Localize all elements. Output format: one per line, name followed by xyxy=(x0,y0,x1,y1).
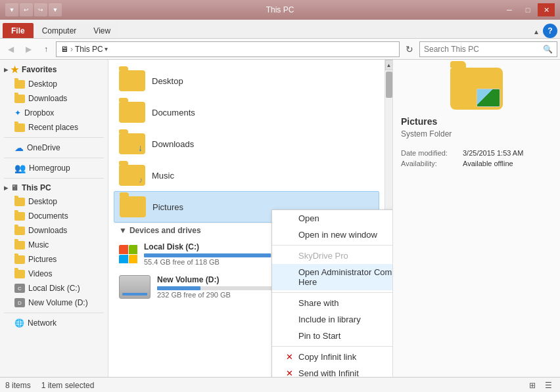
ctx-sep-2 xyxy=(272,292,392,293)
search-input[interactable] xyxy=(424,45,543,54)
folder-item-documents[interactable]: Documents xyxy=(114,97,379,128)
status-left: 8 items 1 item selected xyxy=(5,381,94,390)
ctx-admin-label: Open Administrator Command Prompt Here xyxy=(298,267,392,287)
refresh-button[interactable]: ↻ xyxy=(402,41,417,57)
ctx-copy-infinit-label: Copy Infinit link xyxy=(298,352,392,362)
address-path[interactable]: 🖥 › This PC ▾ xyxy=(56,41,400,57)
ctx-pin-start[interactable]: Pin to Start xyxy=(272,328,392,344)
detail-subtitle: System Folder xyxy=(401,129,552,139)
sidebar-item-documents-pc[interactable]: Documents xyxy=(0,209,108,223)
network-icon: 🌐 xyxy=(14,318,24,328)
homegroup-icon: 👥 xyxy=(14,163,26,173)
folder-icon-documents-pc xyxy=(14,212,25,221)
sidebar-label-pictures-pc: Pictures xyxy=(28,255,57,264)
view-large-button[interactable]: ⊞ xyxy=(526,379,539,392)
sidebar-favorites-header[interactable]: ▶ ★ Favorites xyxy=(0,62,108,77)
sidebar-label-dropbox-fav: Dropbox xyxy=(24,108,54,118)
ribbon-collapse-button[interactable]: ▲ xyxy=(530,25,543,38)
folder-icon-downloads-fav xyxy=(14,95,25,103)
up-button[interactable]: ↑ xyxy=(38,41,54,57)
sidebar-item-desktop-fav[interactable]: Desktop xyxy=(0,77,108,91)
sidebar-label-desktop-pc: Desktop xyxy=(28,197,57,206)
main-layout: ▶ ★ Favorites Desktop Downloads ✦ Dropbo… xyxy=(0,60,560,377)
sidebar-item-dropbox-fav[interactable]: ✦ Dropbox xyxy=(0,106,108,120)
folder-icon-downloads-lg xyxy=(119,133,145,154)
maximize-button[interactable]: □ xyxy=(519,3,536,16)
sidebar-section-favorites: ▶ ★ Favorites Desktop Downloads ✦ Dropbo… xyxy=(0,62,108,135)
sidebar-label-onedrive: OneDrive xyxy=(27,143,60,152)
ctx-open[interactable]: Open xyxy=(272,210,392,227)
sidebar-item-music-pc[interactable]: Music xyxy=(0,238,108,252)
sidebar-label-network: Network xyxy=(28,318,57,328)
qa-btn-2[interactable]: ↩ xyxy=(20,3,33,16)
ctx-skydrive: SkyDrive Pro ▶ xyxy=(272,248,392,264)
windows-logo-icon xyxy=(119,245,137,263)
ctx-share-with[interactable]: Share with ▶ xyxy=(272,295,392,311)
sidebar-item-downloads-pc[interactable]: Downloads xyxy=(0,223,108,238)
qa-btn-1[interactable]: ▼ xyxy=(5,3,18,16)
folder-name-desktop: Desktop xyxy=(152,76,183,86)
folder-name-pictures: Pictures xyxy=(152,202,183,212)
scrollbar-thumb[interactable] xyxy=(386,72,392,98)
tab-file[interactable]: File xyxy=(3,23,34,38)
sidebar-label-videos-pc: Videos xyxy=(28,269,52,278)
ctx-skydrive-label: SkyDrive Pro xyxy=(298,251,392,261)
ctx-open-label: Open xyxy=(298,213,392,223)
folder-icon-pictures-pc xyxy=(14,255,25,264)
forward-button[interactable]: ▶ xyxy=(20,41,36,57)
folder-name-documents: Documents xyxy=(152,108,195,118)
detail-date-label: Date modified: xyxy=(401,149,460,157)
sidebar-label-homegroup: Homegroup xyxy=(29,163,70,173)
drive-icon-d: D xyxy=(14,298,25,307)
sidebar-item-localc[interactable]: C Local Disk (C:) xyxy=(0,281,108,295)
tab-view[interactable]: View xyxy=(85,23,119,38)
minimize-button[interactable]: ─ xyxy=(501,3,518,16)
sidebar-item-onedrive[interactable]: ☁ OneDrive xyxy=(0,141,108,155)
folder-icon-desktop-pc xyxy=(14,198,25,206)
folder-item-desktop[interactable]: Desktop xyxy=(114,65,379,97)
ctx-include-library[interactable]: Include in library ▶ xyxy=(272,311,392,328)
back-button[interactable]: ◀ xyxy=(3,41,18,57)
ctx-send-infinit-icon: ✕ xyxy=(283,368,296,377)
detail-folder-icon xyxy=(450,68,503,110)
divider-3 xyxy=(4,178,104,179)
qa-btn-3[interactable]: ↪ xyxy=(34,3,47,16)
sidebar-item-newvol[interactable]: D New Volume (D:) xyxy=(0,295,108,310)
folder-item-downloads[interactable]: Downloads xyxy=(114,128,379,160)
scrollbar-up-button[interactable]: ▲ xyxy=(385,60,393,70)
sidebar-thispc-label: This PC xyxy=(22,183,51,192)
sidebar-label-downloads-fav: Downloads xyxy=(28,94,67,103)
folder-icon-music-lg xyxy=(119,165,145,186)
view-detail-button[interactable]: ☰ xyxy=(542,379,555,392)
ctx-admin-cmd[interactable]: Open Administrator Command Prompt Here xyxy=(272,264,392,290)
ctx-copy-infinit[interactable]: ✕ Copy Infinit link xyxy=(272,349,392,365)
path-separator: › xyxy=(70,45,73,54)
ctx-open-new-window[interactable]: Open in new window xyxy=(272,227,392,243)
sidebar-thispc-header[interactable]: ▶ 🖥 This PC xyxy=(0,181,108,194)
devices-arrow-icon: ▼ xyxy=(119,226,127,235)
close-button[interactable]: ✕ xyxy=(538,3,555,16)
help-button[interactable]: ? xyxy=(543,24,557,38)
sidebar-label-recent-fav: Recent places xyxy=(28,123,78,132)
folder-item-music[interactable]: Music xyxy=(114,160,379,191)
sidebar-item-pictures-pc[interactable]: Pictures xyxy=(0,252,108,267)
folder-icon-recent-fav xyxy=(14,123,25,132)
sidebar-item-videos-pc[interactable]: Videos xyxy=(0,267,108,281)
quick-access: ▼ ↩ ↪ ▼ xyxy=(5,3,62,16)
ctx-send-infinit[interactable]: ✕ Send with Infinit xyxy=(272,365,392,377)
qa-btn-4[interactable]: ▼ xyxy=(49,3,62,16)
sidebar-item-network[interactable]: 🌐 Network xyxy=(0,316,108,330)
detail-title: Pictures xyxy=(401,116,552,127)
context-menu: Open Open in new window SkyDrive Pro ▶ O… xyxy=(271,209,392,377)
status-right: ⊞ ☰ xyxy=(526,379,555,392)
title-bar-left: ▼ ↩ ↪ ▼ xyxy=(5,3,62,16)
search-box[interactable]: 🔍 xyxy=(419,41,557,57)
sidebar-item-downloads-fav[interactable]: Downloads xyxy=(0,91,108,106)
thispc-arrow-icon: ▶ xyxy=(4,185,8,191)
status-selected-count: 1 item selected xyxy=(41,381,95,390)
sidebar-item-homegroup[interactable]: 👥 Homegroup xyxy=(0,161,108,175)
sidebar-label-desktop-fav: Desktop xyxy=(28,79,57,89)
sidebar-item-recent-fav[interactable]: Recent places xyxy=(0,120,108,135)
tab-computer[interactable]: Computer xyxy=(34,23,85,38)
sidebar-item-desktop-pc[interactable]: Desktop xyxy=(0,194,108,209)
